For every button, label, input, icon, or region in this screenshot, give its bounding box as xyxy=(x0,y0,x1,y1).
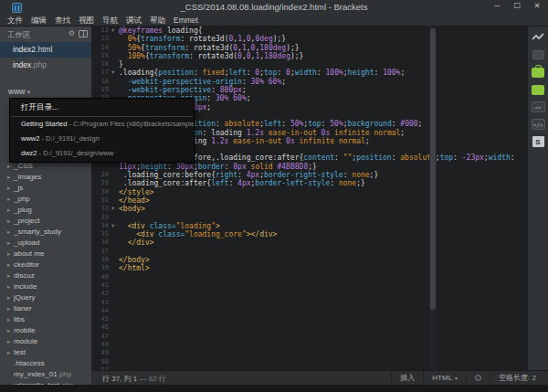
menu-item-8[interactable]: Emmet xyxy=(174,16,198,26)
line-number: 38 xyxy=(91,256,109,264)
code-line[interactable]: 18 -webkit-perspective-origin: 30% 60%; xyxy=(91,78,521,86)
close-button[interactable]: ✕ xyxy=(532,1,543,10)
line-number: 36 xyxy=(91,238,109,247)
tree-folder[interactable]: ▸_project xyxy=(0,216,91,227)
code-line[interactable]: 50 xyxy=(91,358,521,366)
code-line[interactable]: 35 <div class="loading_core"></div> xyxy=(91,230,521,238)
extension-gift-icon[interactable] xyxy=(531,83,545,96)
code-line[interactable]: 37 xyxy=(91,248,521,256)
indent-size-status[interactable]: 空格长度: 2 xyxy=(490,371,544,385)
code-line[interactable]: 36 </div> xyxy=(91,238,521,247)
fold-arrow-icon[interactable]: ▼ xyxy=(111,222,118,230)
gear-icon[interactable]: ⚙ xyxy=(68,29,75,38)
recent-project-item[interactable]: dwz2 - D:/_9191/_design/www xyxy=(10,146,194,161)
tree-folder[interactable]: ▸_php xyxy=(0,194,91,205)
recent-project-item[interactable]: www2 - D:/_9191/_design xyxy=(10,132,194,146)
recent-project-item[interactable]: Getting Started - C:/Program Files (x86)… xyxy=(10,117,194,132)
menu-item-7[interactable]: 帮助 xyxy=(150,16,165,26)
code-line[interactable]: 15 100%{transform: rotate3d(0,0,1,180deg… xyxy=(91,52,521,60)
code-open-tag-icon[interactable]: <> xyxy=(531,101,545,113)
menu-item-3[interactable]: 查找 xyxy=(55,16,70,26)
code-line[interactable]: 32▼<body> xyxy=(91,205,521,213)
tree-file[interactable]: my_index_01.php xyxy=(0,369,91,380)
tree-folder[interactable]: ▸include xyxy=(0,281,91,292)
menu-item-6[interactable]: 调试 xyxy=(126,16,142,26)
tree-folder[interactable]: ▸_images xyxy=(0,172,91,183)
line-number: 33 xyxy=(91,214,109,222)
editor-scrollbar[interactable] xyxy=(429,26,437,370)
live-preview-icon[interactable] xyxy=(531,31,545,44)
fold-arrow-icon[interactable]: ▼ xyxy=(111,26,118,35)
extension-manager-icon[interactable] xyxy=(531,48,545,61)
tree-folder[interactable]: ▸_upload xyxy=(0,238,91,249)
working-set-file[interactable]: index2.html xyxy=(0,42,91,58)
tree-folder[interactable]: ▸_smarty_study xyxy=(0,227,91,238)
s-extension-icon[interactable]: S xyxy=(531,135,545,148)
tree-folder[interactable]: ▸ckeditor xyxy=(0,260,91,270)
code-line[interactable]: 34▼ <div class="loading"> xyxy=(91,222,521,230)
code-line[interactable]: 14 50%{transform: rotate3d(0,1,0,180deg)… xyxy=(91,44,521,52)
code-line[interactable]: 39</html> xyxy=(91,264,521,272)
lint-status[interactable] xyxy=(466,371,490,385)
code-line[interactable]: 44 xyxy=(91,307,521,315)
code-line[interactable]: 33 xyxy=(91,214,521,222)
code-line[interactable]: 19 -webkit-perspective: 800px; xyxy=(91,86,521,94)
code-line[interactable]: 47 xyxy=(91,333,521,341)
tree-folder[interactable]: ▸module xyxy=(0,336,91,347)
code-line[interactable]: 12▼@keyframes loading{ xyxy=(91,26,521,35)
menu-item-1[interactable]: 文件 xyxy=(7,16,23,26)
minimize-button[interactable]: ─ xyxy=(491,1,502,10)
language-selector[interactable]: HTML▾ xyxy=(423,371,466,385)
code-close-tag-icon[interactable]: </> xyxy=(531,118,545,131)
code-line[interactable]: 40 xyxy=(91,273,521,281)
tree-folder[interactable]: ▸discuz xyxy=(0,270,91,281)
working-set-file[interactable]: index.php xyxy=(0,58,91,73)
menu-item-4[interactable]: 视图 xyxy=(79,16,94,26)
code-line[interactable]: 11px;height: 30px;border: 8px solid #4BB… xyxy=(91,163,521,171)
code-line[interactable]: 48 xyxy=(91,341,521,349)
open-folder-menu-item[interactable]: 打开目录... xyxy=(10,99,194,116)
code-text: -webkit-perspective-origin: 30% 60%; xyxy=(119,78,286,86)
maximize-button[interactable]: ☐ xyxy=(511,1,522,10)
tree-folder[interactable]: ▸libs xyxy=(0,314,91,325)
code-line[interactable]: 16} xyxy=(91,60,521,69)
code-line[interactable]: 43 xyxy=(91,299,521,307)
tree-item-extension: .php xyxy=(58,370,72,378)
code-line[interactable]: 31</head> xyxy=(91,196,521,205)
tree-folder[interactable]: ▸_plug xyxy=(0,205,91,216)
tree-folder[interactable]: ▸jQuery xyxy=(0,292,91,303)
code-line[interactable]: 38</body> xyxy=(91,256,521,264)
code-editor[interactable]: 12▼@keyframes loading{13 0%{transform: r… xyxy=(91,26,521,370)
code-line[interactable]: 41 xyxy=(91,281,521,290)
extension-bag-icon[interactable] xyxy=(531,66,545,79)
line-number: 40 xyxy=(91,273,109,281)
code-line[interactable]: 45 xyxy=(91,315,521,323)
project-dropdown-button[interactable]: www ▾ xyxy=(0,85,91,99)
tree-folder[interactable]: ▸test xyxy=(0,347,91,358)
code-line[interactable]: 46 xyxy=(91,323,521,332)
menu-item-2[interactable]: 编辑 xyxy=(31,16,47,26)
tree-file[interactable]: .htaccess xyxy=(0,358,91,369)
scrollbar-thumb[interactable] xyxy=(430,28,436,310)
split-view-icon[interactable] xyxy=(79,30,88,37)
fold-arrow-icon[interactable]: ▼ xyxy=(111,205,118,213)
code-line[interactable]: 30</style> xyxy=(91,188,521,196)
menu-item-5[interactable]: 导航 xyxy=(102,16,118,26)
code-text: 11px;height: 30px;border: 8px solid #4BB… xyxy=(119,163,317,171)
code-line[interactable]: 42 xyxy=(91,290,521,298)
code-line[interactable]: 13 0%{transform: rotate3d(0,1,0,0deg);} xyxy=(91,35,521,43)
fold-arrow-icon[interactable]: ▼ xyxy=(111,69,118,77)
chevron-right-icon: ▸ xyxy=(7,216,14,227)
insert-mode-indicator[interactable]: 插入 xyxy=(391,371,423,385)
tree-folder[interactable]: ▸lianer xyxy=(0,303,91,314)
tree-folder[interactable]: ▸mobile xyxy=(0,325,91,336)
chevron-right-icon: ▸ xyxy=(7,194,14,205)
code-line[interactable]: 49 xyxy=(91,349,521,357)
tree-item-label: jQuery xyxy=(14,293,36,302)
code-line[interactable]: 28 .loading_core:before{right: 4px;borde… xyxy=(91,171,521,179)
code-line[interactable]: 17▼.loading{position: fixed;left: 0;top:… xyxy=(91,69,521,77)
code-line[interactable]: 29 .loading_core:after{left: 4px;border-… xyxy=(91,179,521,187)
chevron-down-icon: ▾ xyxy=(455,375,458,381)
tree-folder[interactable]: ▸about me xyxy=(0,249,91,260)
tree-folder[interactable]: ▸_js xyxy=(0,183,91,194)
